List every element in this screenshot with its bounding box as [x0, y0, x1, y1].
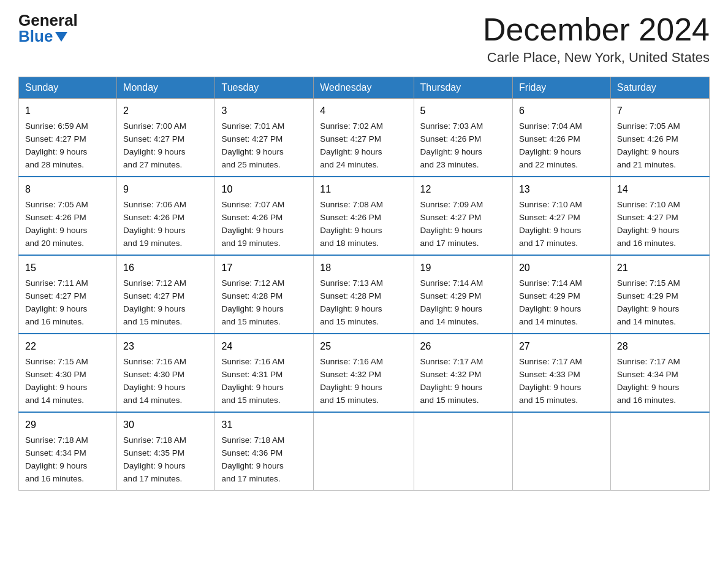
- calendar-cell: 5 Sunrise: 7:03 AMSunset: 4:26 PMDayligh…: [414, 99, 512, 177]
- day-number: 6: [519, 104, 604, 118]
- day-number: 15: [25, 261, 110, 275]
- calendar-cell: 27 Sunrise: 7:17 AMSunset: 4:33 PMDaylig…: [512, 334, 610, 412]
- day-number: 2: [123, 104, 208, 118]
- day-number: 29: [25, 418, 110, 432]
- logo-general-text: General: [18, 12, 78, 28]
- day-info: Sunrise: 7:12 AMSunset: 4:27 PMDaylight:…: [123, 278, 186, 326]
- day-info: Sunrise: 7:10 AMSunset: 4:27 PMDaylight:…: [617, 200, 680, 248]
- day-number: 10: [221, 182, 307, 197]
- day-number: 12: [420, 182, 506, 197]
- calendar-header-tuesday: Tuesday: [215, 77, 314, 99]
- day-number: 11: [320, 182, 407, 197]
- calendar-header-friday: Friday: [512, 77, 610, 99]
- day-info: Sunrise: 7:15 AMSunset: 4:29 PMDaylight:…: [617, 278, 680, 326]
- calendar-header-saturday: Saturday: [610, 77, 709, 99]
- day-number: 14: [617, 182, 703, 197]
- day-info: Sunrise: 7:02 AMSunset: 4:27 PMDaylight:…: [320, 121, 383, 169]
- day-number: 19: [420, 261, 506, 275]
- calendar-week-row: 15 Sunrise: 7:11 AMSunset: 4:27 PMDaylig…: [19, 255, 710, 334]
- calendar-cell: 19 Sunrise: 7:14 AMSunset: 4:29 PMDaylig…: [414, 255, 512, 334]
- calendar-cell: [314, 412, 414, 491]
- day-info: Sunrise: 7:09 AMSunset: 4:27 PMDaylight:…: [420, 200, 483, 248]
- calendar-cell: 25 Sunrise: 7:16 AMSunset: 4:32 PMDaylig…: [314, 334, 414, 412]
- day-info: Sunrise: 7:15 AMSunset: 4:30 PMDaylight:…: [25, 357, 88, 405]
- page-header: General Blue December 2024 Carle Place, …: [18, 12, 710, 66]
- calendar-cell: 26 Sunrise: 7:17 AMSunset: 4:32 PMDaylig…: [414, 334, 512, 412]
- calendar-cell: 28 Sunrise: 7:17 AMSunset: 4:34 PMDaylig…: [610, 334, 709, 412]
- calendar-cell: 14 Sunrise: 7:10 AMSunset: 4:27 PMDaylig…: [610, 177, 709, 255]
- calendar-cell: 12 Sunrise: 7:09 AMSunset: 4:27 PMDaylig…: [414, 177, 512, 255]
- day-info: Sunrise: 7:11 AMSunset: 4:27 PMDaylight:…: [25, 278, 88, 326]
- day-info: Sunrise: 7:00 AMSunset: 4:27 PMDaylight:…: [123, 121, 186, 169]
- title-block: December 2024 Carle Place, New York, Uni…: [483, 12, 710, 66]
- calendar-cell: [512, 412, 610, 491]
- month-title: December 2024: [483, 12, 710, 47]
- day-number: 21: [617, 261, 703, 275]
- day-number: 27: [519, 339, 604, 354]
- calendar-week-row: 8 Sunrise: 7:05 AMSunset: 4:26 PMDayligh…: [19, 177, 710, 255]
- day-number: 5: [420, 104, 506, 118]
- calendar-cell: 30 Sunrise: 7:18 AMSunset: 4:35 PMDaylig…: [117, 412, 215, 491]
- day-info: Sunrise: 7:03 AMSunset: 4:26 PMDaylight:…: [420, 121, 483, 169]
- day-info: Sunrise: 7:10 AMSunset: 4:27 PMDaylight:…: [519, 200, 582, 248]
- day-number: 9: [123, 182, 208, 197]
- day-info: Sunrise: 7:12 AMSunset: 4:28 PMDaylight:…: [221, 278, 284, 326]
- day-info: Sunrise: 7:16 AMSunset: 4:32 PMDaylight:…: [320, 357, 383, 405]
- calendar-cell: 16 Sunrise: 7:12 AMSunset: 4:27 PMDaylig…: [117, 255, 215, 334]
- day-info: Sunrise: 7:16 AMSunset: 4:31 PMDaylight:…: [221, 357, 284, 405]
- calendar-cell: 10 Sunrise: 7:07 AMSunset: 4:26 PMDaylig…: [215, 177, 314, 255]
- calendar-cell: 8 Sunrise: 7:05 AMSunset: 4:26 PMDayligh…: [19, 177, 117, 255]
- calendar-cell: 23 Sunrise: 7:16 AMSunset: 4:30 PMDaylig…: [117, 334, 215, 412]
- calendar-cell: [414, 412, 512, 491]
- calendar-cell: 7 Sunrise: 7:05 AMSunset: 4:26 PMDayligh…: [610, 99, 709, 177]
- day-number: 31: [221, 418, 307, 432]
- day-number: 17: [221, 261, 307, 275]
- day-info: Sunrise: 7:04 AMSunset: 4:26 PMDaylight:…: [519, 121, 582, 169]
- calendar-cell: 20 Sunrise: 7:14 AMSunset: 4:29 PMDaylig…: [512, 255, 610, 334]
- day-info: Sunrise: 7:18 AMSunset: 4:35 PMDaylight:…: [123, 435, 186, 483]
- calendar-cell: 29 Sunrise: 7:18 AMSunset: 4:34 PMDaylig…: [19, 412, 117, 491]
- calendar-header-sunday: Sunday: [19, 77, 117, 99]
- day-number: 13: [519, 182, 604, 197]
- day-number: 7: [617, 104, 703, 118]
- day-number: 23: [123, 339, 208, 354]
- logo-blue-text: Blue: [18, 28, 78, 44]
- day-info: Sunrise: 7:06 AMSunset: 4:26 PMDaylight:…: [123, 200, 186, 248]
- calendar-header-wednesday: Wednesday: [314, 77, 414, 99]
- calendar-week-row: 29 Sunrise: 7:18 AMSunset: 4:34 PMDaylig…: [19, 412, 710, 491]
- day-info: Sunrise: 7:01 AMSunset: 4:27 PMDaylight:…: [221, 121, 284, 169]
- day-number: 30: [123, 418, 208, 432]
- day-number: 24: [221, 339, 307, 354]
- day-info: Sunrise: 7:08 AMSunset: 4:26 PMDaylight:…: [320, 200, 383, 248]
- calendar-cell: 1 Sunrise: 6:59 AMSunset: 4:27 PMDayligh…: [19, 99, 117, 177]
- day-number: 28: [617, 339, 703, 354]
- logo: General Blue: [18, 12, 78, 44]
- calendar-cell: 11 Sunrise: 7:08 AMSunset: 4:26 PMDaylig…: [314, 177, 414, 255]
- calendar-header-monday: Monday: [117, 77, 215, 99]
- day-number: 18: [320, 261, 407, 275]
- calendar-cell: 3 Sunrise: 7:01 AMSunset: 4:27 PMDayligh…: [215, 99, 314, 177]
- calendar-cell: 21 Sunrise: 7:15 AMSunset: 4:29 PMDaylig…: [610, 255, 709, 334]
- day-info: Sunrise: 7:18 AMSunset: 4:34 PMDaylight:…: [25, 435, 88, 483]
- calendar-cell: 13 Sunrise: 7:10 AMSunset: 4:27 PMDaylig…: [512, 177, 610, 255]
- calendar-header-thursday: Thursday: [414, 77, 512, 99]
- calendar-cell: 18 Sunrise: 7:13 AMSunset: 4:28 PMDaylig…: [314, 255, 414, 334]
- calendar-cell: 2 Sunrise: 7:00 AMSunset: 4:27 PMDayligh…: [117, 99, 215, 177]
- day-info: Sunrise: 7:14 AMSunset: 4:29 PMDaylight:…: [519, 278, 582, 326]
- calendar-cell: [610, 412, 709, 491]
- calendar-cell: 22 Sunrise: 7:15 AMSunset: 4:30 PMDaylig…: [19, 334, 117, 412]
- day-info: Sunrise: 7:16 AMSunset: 4:30 PMDaylight:…: [123, 357, 186, 405]
- calendar-week-row: 1 Sunrise: 6:59 AMSunset: 4:27 PMDayligh…: [19, 99, 710, 177]
- calendar-week-row: 22 Sunrise: 7:15 AMSunset: 4:30 PMDaylig…: [19, 334, 710, 412]
- day-info: Sunrise: 7:17 AMSunset: 4:33 PMDaylight:…: [519, 357, 582, 405]
- day-info: Sunrise: 7:18 AMSunset: 4:36 PMDaylight:…: [221, 435, 284, 483]
- calendar-table: SundayMondayTuesdayWednesdayThursdayFrid…: [18, 77, 710, 491]
- day-number: 25: [320, 339, 407, 354]
- calendar-cell: 17 Sunrise: 7:12 AMSunset: 4:28 PMDaylig…: [215, 255, 314, 334]
- calendar-cell: 24 Sunrise: 7:16 AMSunset: 4:31 PMDaylig…: [215, 334, 314, 412]
- logo-triangle-icon: [55, 32, 67, 42]
- day-number: 3: [221, 104, 307, 118]
- calendar-cell: 31 Sunrise: 7:18 AMSunset: 4:36 PMDaylig…: [215, 412, 314, 491]
- calendar-cell: 4 Sunrise: 7:02 AMSunset: 4:27 PMDayligh…: [314, 99, 414, 177]
- day-info: Sunrise: 7:13 AMSunset: 4:28 PMDaylight:…: [320, 278, 383, 326]
